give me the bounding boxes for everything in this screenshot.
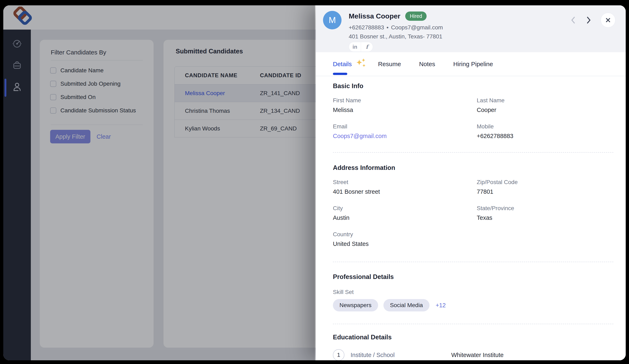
panel-tabs: Details Resume Notes Hiring Pipeline (316, 52, 626, 76)
separator-dot: • (387, 24, 389, 31)
status-badge: Hired (405, 11, 427, 21)
section-divider (333, 324, 613, 324)
email-link[interactable]: Coops7@gmail.com (333, 133, 477, 139)
field-state: State/Province Texas (477, 205, 613, 221)
institute-value: Whitewater Institute (451, 352, 613, 359)
modal-dim-overlay (3, 5, 315, 360)
field-zip: Zip/Postal Code 77801 (477, 179, 613, 195)
app-window: Filter Candidates By Candidate Name Subm… (3, 5, 626, 360)
field-mobile: Mobile +6262788883 (477, 123, 613, 139)
sparkles-icon (356, 58, 366, 69)
social-links: in f (349, 42, 373, 52)
facebook-icon[interactable]: f (361, 42, 373, 52)
close-panel-button[interactable] (601, 13, 616, 27)
next-candidate-button[interactable] (585, 16, 592, 25)
tab-details[interactable]: Details (333, 61, 352, 68)
skill-set-label: Skill Set (333, 289, 613, 295)
avatar: M (323, 11, 341, 29)
institute-label: Institute / School (350, 352, 451, 359)
panel-body: Basic Info First Name Melissa Last Name … (316, 76, 626, 360)
skill-chip: Social Media (383, 299, 430, 311)
candidate-phone: +6262788883 (349, 24, 384, 31)
linkedin-icon[interactable]: in (349, 42, 361, 52)
education-entry-number: 1 (333, 349, 344, 360)
field-street: Street 401 Bosner street (333, 179, 477, 195)
tab-resume[interactable]: Resume (378, 61, 401, 68)
field-first-name: First Name Melissa (333, 97, 477, 113)
field-last-name: Last Name Cooper (477, 97, 613, 113)
section-divider (333, 262, 613, 262)
section-title-address: Address Information (333, 164, 613, 172)
candidate-email: Coops7@gmail.com (391, 24, 443, 31)
field-city: City Austin (333, 205, 477, 221)
section-title-basic-info: Basic Info (333, 82, 613, 90)
tab-notes[interactable]: Notes (419, 61, 435, 68)
candidate-detail-panel: M Melissa Cooper Hired +6262788883 • Coo… (316, 5, 626, 360)
education-entry: 1 Institute / School Whitewater Institut… (333, 349, 613, 360)
field-email: Email Coops7@gmail.com (333, 123, 477, 139)
section-title-professional: Professional Details (333, 273, 613, 281)
section-title-educational: Educational Details (333, 334, 613, 341)
active-tab-indicator (333, 73, 347, 75)
skill-chip: Newspapers (333, 299, 378, 311)
more-skills-link[interactable]: +12 (436, 302, 446, 309)
tab-hiring-pipeline[interactable]: Hiring Pipeline (453, 61, 493, 68)
candidate-address-line: 401 Bosner st., Austin, Texas- 77801 (349, 33, 442, 40)
panel-header: M Melissa Cooper Hired +6262788883 • Coo… (316, 5, 626, 52)
candidate-name-heading: Melissa Cooper (349, 12, 400, 20)
previous-candidate-button[interactable] (570, 16, 576, 25)
field-country: Country United States (333, 231, 477, 247)
section-divider (333, 152, 613, 153)
